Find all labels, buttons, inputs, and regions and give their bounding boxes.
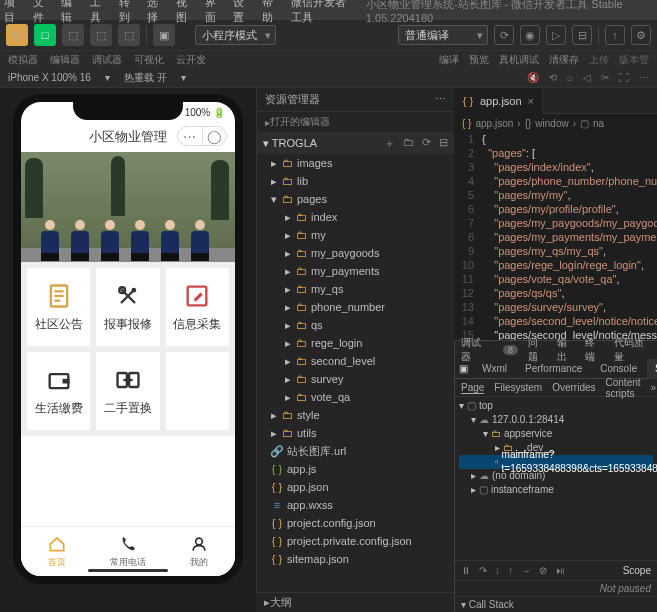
folder-item[interactable]: ▸ 🗀second_level: [257, 352, 454, 370]
dt-subtab[interactable]: Filesystem: [494, 382, 542, 393]
file-item[interactable]: 🔗站长图库.url: [257, 442, 454, 460]
menu-item[interactable]: 选择: [147, 0, 166, 25]
back-icon[interactable]: ◁: [583, 72, 591, 83]
sub-item[interactable]: 版本管: [619, 53, 649, 67]
folder-item[interactable]: ▸ 🗀my_qs: [257, 280, 454, 298]
capsule-close[interactable]: ◯: [203, 127, 227, 145]
more-icon[interactable]: ⋯: [639, 72, 649, 83]
menu-item[interactable]: 转到: [119, 0, 138, 25]
tab-home[interactable]: 首页: [21, 527, 92, 576]
home-icon[interactable]: ⌂: [567, 72, 573, 83]
folder-item[interactable]: ▸ 🗀my_paygoods: [257, 244, 454, 262]
menu-item[interactable]: 项目: [4, 0, 23, 25]
toolbar-button[interactable]: ▣: [153, 24, 175, 46]
dt-panel-tab[interactable]: Performance: [517, 359, 590, 379]
cell-notice[interactable]: 社区公告: [27, 268, 90, 346]
explorer-more[interactable]: ⋯: [435, 93, 446, 106]
breadcrumb[interactable]: { }app.json › {} window › ▢ na: [454, 114, 657, 132]
dt-panel-tab[interactable]: Console: [592, 359, 645, 379]
inspect-icon[interactable]: ▣: [455, 363, 472, 374]
sub-item[interactable]: 模拟器: [8, 53, 38, 67]
file-item[interactable]: { }sitemap.json: [257, 550, 454, 568]
deactivate-icon[interactable]: ⊘: [539, 565, 547, 576]
new-file-icon[interactable]: ＋: [384, 136, 395, 151]
more-icon[interactable]: »: [651, 382, 657, 393]
folder-item[interactable]: ▸ 🗀my: [257, 226, 454, 244]
folder-item[interactable]: ▸ 🗀lib: [257, 172, 454, 190]
app-icon[interactable]: 站: [6, 24, 28, 46]
compile-select[interactable]: 普通编译: [398, 25, 488, 45]
rotate-icon[interactable]: ⟲: [549, 72, 557, 83]
pause-exc-icon[interactable]: ⏯: [555, 565, 565, 576]
mode-select[interactable]: 小程序模式: [195, 25, 276, 45]
menu-item[interactable]: 设置: [233, 0, 252, 25]
cell-secondhand[interactable]: 二手置换: [96, 352, 159, 430]
compile-button[interactable]: ⟳: [494, 25, 514, 45]
file-item[interactable]: { }app.js: [257, 460, 454, 478]
dt-panel-tab[interactable]: Wxml: [474, 359, 515, 379]
sub-item[interactable]: 预览: [469, 53, 489, 67]
sub-item[interactable]: 编译: [439, 53, 459, 67]
upload-button[interactable]: ↑: [605, 25, 625, 45]
cache-button[interactable]: ⊟: [572, 25, 592, 45]
dt-subtab[interactable]: Page: [461, 382, 484, 394]
folder-item[interactable]: ▸ 🗀rege_login: [257, 334, 454, 352]
menu-item[interactable]: 微信开发者工具: [291, 0, 356, 25]
sub-item[interactable]: 调试器: [92, 53, 122, 67]
folder-item[interactable]: ▸ 🗀vote_qa: [257, 388, 454, 406]
step-out-icon[interactable]: ↑: [508, 565, 513, 576]
folder-item[interactable]: ▾ 🗀pages: [257, 190, 454, 208]
outline-header[interactable]: ▸ 大纲: [256, 592, 454, 612]
capsule-menu[interactable]: ⋯: [178, 127, 203, 145]
dt-panel-tab[interactable]: Sources: [647, 359, 657, 379]
menu-item[interactable]: 编辑: [61, 0, 80, 25]
file-tab[interactable]: { } app.json ×: [454, 88, 543, 114]
dt-subtab[interactable]: Overrides: [552, 382, 595, 393]
scope-label[interactable]: Scope: [623, 565, 651, 576]
folder-item[interactable]: ▸ 🗀phone_number: [257, 298, 454, 316]
dt-subtab[interactable]: Content scripts: [606, 377, 641, 399]
toolbar-button[interactable]: ⬚: [62, 24, 84, 46]
expand-icon[interactable]: ⛶: [619, 72, 629, 83]
sub-item[interactable]: 清缓存: [549, 53, 579, 67]
sub-item[interactable]: 编辑器: [50, 53, 80, 67]
debug-button[interactable]: ▷: [546, 25, 566, 45]
source-tree[interactable]: ▾ ▢ top ▾ ☁ 127.0.0.1:28414 ▾ 🗀 appservi…: [455, 397, 657, 560]
callstack-row[interactable]: ▾ Call Stack: [455, 596, 657, 612]
close-icon[interactable]: ×: [528, 95, 534, 107]
file-item[interactable]: ≡app.wxss: [257, 496, 454, 514]
sub-item[interactable]: 真机调试: [499, 53, 539, 67]
menu-item[interactable]: 帮助: [262, 0, 281, 25]
folder-item[interactable]: ▸ 🗀index: [257, 208, 454, 226]
new-folder-icon[interactable]: 🗀: [403, 136, 414, 151]
tab-me[interactable]: 我的: [164, 527, 235, 576]
refresh-icon[interactable]: ⟳: [422, 136, 431, 151]
menu-item[interactable]: 工具: [90, 0, 109, 25]
toolbar-button[interactable]: ⬚: [90, 24, 112, 46]
device-label[interactable]: iPhone X 100% 16: [8, 72, 91, 83]
folder-item[interactable]: ▸ 🗀utils: [257, 424, 454, 442]
hot-reload[interactable]: 热重载 开: [124, 71, 167, 85]
avatar-button[interactable]: □: [34, 24, 56, 46]
menu-item[interactable]: 视图: [176, 0, 195, 25]
cell-pay[interactable]: 生活缴费: [27, 352, 90, 430]
step-icon[interactable]: →: [521, 565, 531, 576]
pause-icon[interactable]: ⏸: [461, 565, 471, 576]
folder-item[interactable]: ▸ 🗀qs: [257, 316, 454, 334]
project-name[interactable]: TROGLA: [272, 137, 317, 149]
step-into-icon[interactable]: ↓: [495, 565, 500, 576]
sub-item[interactable]: 可视化: [134, 53, 164, 67]
version-button[interactable]: ⚙: [631, 25, 651, 45]
mute-icon[interactable]: 🔇: [527, 72, 539, 83]
menu-item[interactable]: 文件: [33, 0, 52, 25]
step-over-icon[interactable]: ↷: [479, 565, 487, 576]
folder-item[interactable]: ▸ 🗀my_payments: [257, 262, 454, 280]
folder-item[interactable]: ▸ 🗀survey: [257, 370, 454, 388]
sub-item[interactable]: 云开发: [176, 53, 206, 67]
folder-item[interactable]: ▸ 🗀style: [257, 406, 454, 424]
collapse-icon[interactable]: ⊟: [439, 136, 448, 151]
toolbar-button[interactable]: ⬚: [118, 24, 140, 46]
open-editors[interactable]: 打开的编辑器: [270, 115, 330, 129]
file-item[interactable]: { }project.config.json: [257, 514, 454, 532]
menu-item[interactable]: 界面: [205, 0, 224, 25]
